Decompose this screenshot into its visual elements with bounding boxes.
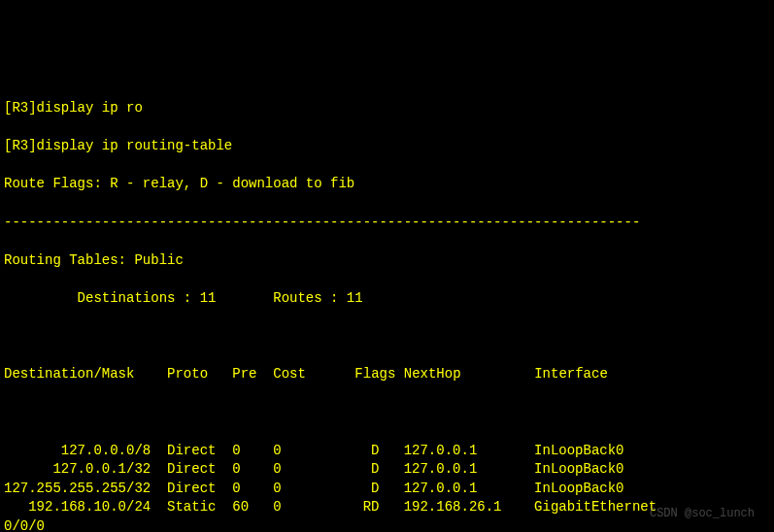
blank-line	[4, 327, 770, 347]
table-row: 127.0.0.1/32 Direct 0 0 D 127.0.0.1 InLo…	[4, 460, 770, 480]
blank-line	[4, 403, 770, 422]
table-header: Destination/Mask Proto Pre Cost Flags Ne…	[4, 365, 770, 384]
watermark: CSDN @soc_lunch	[650, 506, 755, 522]
command-line: [R3]display ip ro	[4, 99, 770, 118]
destinations-label: Destinations : 11 Routes : 11	[4, 289, 770, 309]
table-row: 127.0.0.0/8 Direct 0 0 D 127.0.0.1 InLoo…	[4, 442, 770, 461]
terminal-output: [R3]display ip ro [R3]display ip routing…	[4, 80, 770, 532]
table-row: 127.255.255.255/32 Direct 0 0 D 127.0.0.…	[4, 480, 770, 499]
tables-label: Routing Tables: Public	[4, 251, 770, 271]
route-flags-label: Route Flags: R - relay, D - download to …	[4, 175, 770, 194]
command-line: [R3]display ip routing-table	[4, 137, 770, 156]
separator: ----------------------------------------…	[4, 214, 770, 233]
